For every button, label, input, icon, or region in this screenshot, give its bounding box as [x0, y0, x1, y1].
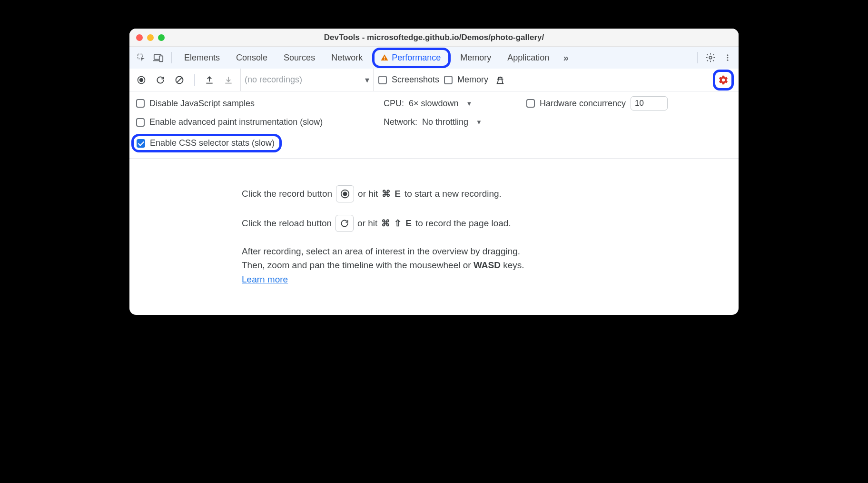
checkbox-icon[interactable] — [378, 76, 387, 84]
collect-garbage-icon[interactable] — [493, 73, 507, 87]
memory-option[interactable]: Memory — [444, 75, 488, 85]
more-tabs-icon[interactable]: » — [559, 50, 573, 65]
checkbox-icon[interactable] — [136, 99, 145, 108]
tab-memory[interactable]: Memory — [454, 50, 498, 66]
device-toolbar-icon[interactable] — [151, 50, 166, 65]
css-selector-stats-highlight: Enable CSS selector stats (slow) — [131, 134, 282, 152]
learn-more-link[interactable]: Learn more — [242, 274, 288, 284]
window-title: DevTools - microsoftedge.github.io/Demos… — [129, 33, 739, 42]
minimize-window[interactable] — [147, 34, 154, 41]
tab-application[interactable]: Application — [501, 50, 556, 66]
zoom-window[interactable] — [158, 34, 165, 41]
kebab-menu-icon[interactable] — [720, 50, 735, 65]
reload-button[interactable] — [153, 73, 168, 87]
performance-toolbar: (no recordings) ▾ Screenshots Memory — [129, 69, 739, 91]
capture-settings-panel: Disable JavaScript samples CPU: 6× slowd… — [129, 91, 739, 159]
capture-settings-highlight — [713, 70, 734, 91]
svg-rect-2 — [159, 56, 163, 61]
svg-point-10 — [139, 78, 143, 81]
svg-point-5 — [709, 56, 712, 59]
checkbox-icon[interactable] — [136, 118, 145, 127]
close-window[interactable] — [136, 34, 143, 41]
record-button[interactable] — [134, 73, 148, 87]
upload-icon[interactable] — [202, 73, 217, 87]
traffic-lights — [136, 34, 165, 41]
checkbox-checked-icon[interactable] — [137, 139, 145, 148]
divider — [697, 52, 698, 63]
devtools-window: DevTools - microsoftedge.github.io/Demos… — [129, 29, 739, 315]
paint-instrumentation-option[interactable]: Enable advanced paint instrumentation (s… — [136, 117, 384, 127]
recordings-select[interactable]: (no recordings) ▾ — [240, 69, 374, 91]
tab-performance-highlight: Performance — [372, 48, 451, 68]
divider — [171, 52, 172, 63]
empty-state-content: Click the record button or hit ⌘ E to st… — [129, 159, 739, 315]
svg-point-8 — [727, 60, 729, 61]
chevron-down-icon: ▼ — [466, 100, 473, 107]
svg-rect-3 — [384, 57, 385, 59]
svg-rect-4 — [384, 59, 385, 60]
checkbox-icon[interactable] — [526, 99, 535, 108]
svg-point-7 — [727, 57, 729, 59]
clear-button[interactable] — [172, 73, 187, 87]
tabbar: Elements Console Sources Network Perform… — [129, 47, 739, 69]
tab-console[interactable]: Console — [229, 50, 274, 66]
chevron-down-icon: ▼ — [476, 119, 482, 126]
screenshots-option[interactable]: Screenshots — [378, 75, 439, 85]
record-button-inline[interactable] — [336, 185, 354, 202]
capture-settings-icon[interactable] — [716, 73, 730, 87]
tab-sources[interactable]: Sources — [277, 50, 322, 66]
network-throttle-select[interactable]: Network: No throttling ▼ — [384, 117, 526, 127]
tab-performance[interactable]: Performance — [377, 51, 444, 65]
css-selector-stats-label: Enable CSS selector stats (slow) — [150, 138, 275, 148]
checkbox-icon[interactable] — [444, 76, 453, 84]
settings-icon[interactable] — [703, 50, 718, 65]
download-icon[interactable] — [221, 73, 236, 87]
cpu-throttle-select[interactable]: CPU: 6× slowdown ▼ — [384, 99, 526, 109]
warning-icon — [380, 53, 389, 62]
hardware-concurrency-input[interactable] — [631, 96, 668, 111]
tab-network[interactable]: Network — [325, 50, 369, 66]
inspect-icon[interactable] — [134, 50, 148, 65]
svg-point-13 — [343, 191, 347, 196]
hardware-concurrency-option[interactable]: Hardware concurrency — [526, 96, 732, 111]
reload-button-inline[interactable] — [335, 215, 354, 232]
titlebar: DevTools - microsoftedge.github.io/Demos… — [129, 29, 739, 47]
svg-point-6 — [727, 54, 729, 56]
tab-elements[interactable]: Elements — [178, 50, 227, 66]
divider — [194, 74, 195, 86]
disable-js-option[interactable]: Disable JavaScript samples — [136, 99, 384, 109]
